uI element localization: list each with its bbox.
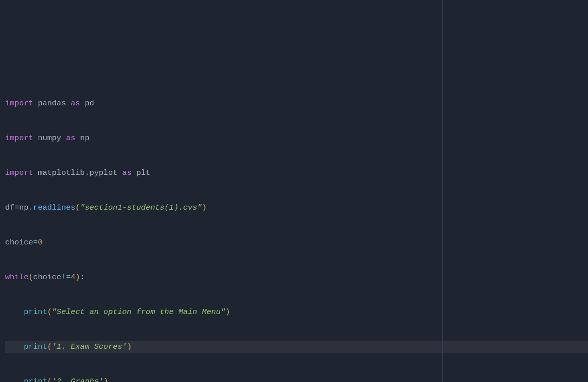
code-editor[interactable]: import pandas as pd import numpy as np i…	[0, 70, 588, 382]
code-line[interactable]: import matplotlib.pyplot as plt	[5, 167, 588, 179]
code-line[interactable]: import pandas as pd	[5, 98, 588, 109]
number: 4	[71, 273, 75, 282]
variable: df	[5, 203, 15, 212]
operator: !=	[61, 273, 71, 282]
operator: =	[33, 238, 38, 247]
builtin: print	[24, 377, 47, 382]
code-line-highlighted[interactable]: print('1. Exam Scores')	[5, 341, 588, 353]
submodule: pyplot	[89, 168, 117, 177]
code-line[interactable]: import numpy as np	[5, 133, 588, 144]
code-line[interactable]: print("Select an option from the Main Me…	[5, 306, 588, 318]
code-line[interactable]: while(choice!=4):	[5, 272, 588, 283]
string-literal: '2. Graphs'	[52, 377, 103, 382]
module: matplotlib	[38, 168, 85, 177]
builtin: print	[24, 342, 47, 351]
string-literal: "section1-students(1).cvs"	[80, 203, 202, 212]
keyword: as	[122, 168, 132, 177]
keyword: import	[5, 99, 33, 108]
module: numpy	[38, 134, 61, 143]
alias: plt	[137, 168, 151, 177]
code-line[interactable]: choice=0	[5, 237, 588, 248]
ruler-line	[442, 0, 443, 382]
keyword: import	[5, 168, 33, 177]
function-call: readlines	[33, 203, 76, 212]
alias: pd	[85, 99, 94, 108]
alias: np	[80, 134, 90, 143]
keyword: import	[5, 134, 33, 143]
variable: np	[19, 203, 29, 212]
code-line[interactable]: df=np.readlines("section1-students(1).cv…	[5, 202, 588, 214]
variable: choice	[33, 273, 61, 282]
keyword: as	[66, 134, 76, 143]
variable: choice	[5, 238, 33, 247]
keyword: while	[5, 273, 29, 282]
builtin: print	[24, 307, 47, 316]
string-literal: '1. Exam Scores'	[52, 342, 127, 351]
string-literal: "Select an option from the Main Menu"	[52, 307, 225, 316]
number: 0	[38, 238, 42, 247]
module: pandas	[38, 99, 66, 108]
operator: =	[15, 203, 19, 212]
code-line[interactable]: print('2. Graphs')	[5, 376, 588, 382]
keyword: as	[71, 99, 80, 108]
